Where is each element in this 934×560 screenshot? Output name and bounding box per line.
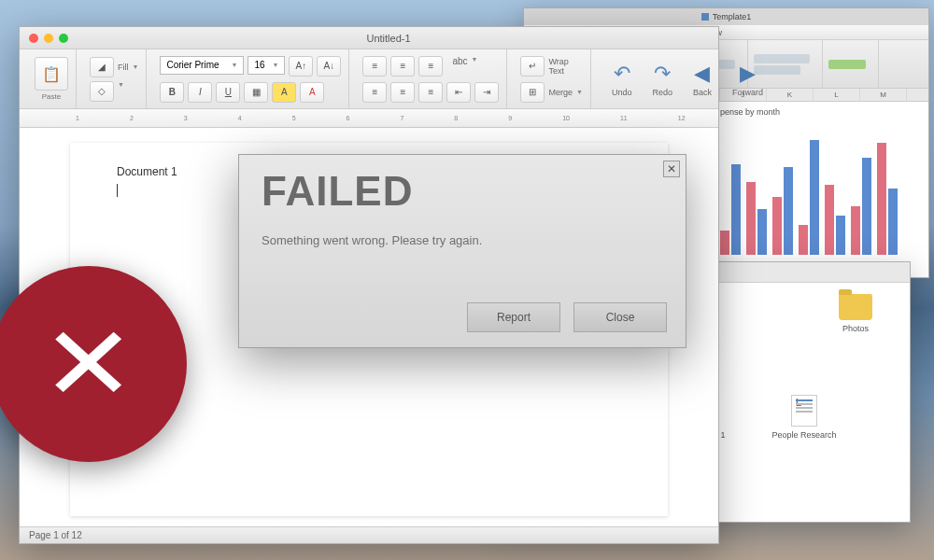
clear-button[interactable]: ◇ bbox=[90, 81, 114, 102]
fill-group: ◢ Fill ▼ ◇ ▼ bbox=[82, 49, 147, 108]
align-middle-button[interactable]: ≡ bbox=[390, 56, 415, 77]
close-window-button[interactable] bbox=[29, 34, 38, 43]
font-size-select[interactable]: 16▼ bbox=[248, 56, 285, 75]
wrap-label: Wrap Text bbox=[548, 57, 582, 76]
align-right-button[interactable]: ≡ bbox=[418, 82, 443, 103]
nav-group: ↶Undo ↷Redo ◀Back ▶Forward bbox=[597, 49, 778, 108]
forward-arrow-icon: ▶ bbox=[740, 62, 756, 86]
close-button[interactable]: Close bbox=[573, 302, 667, 332]
chevron-down-icon: ▼ bbox=[118, 81, 124, 102]
text-cursor bbox=[117, 184, 118, 197]
folder-icon bbox=[839, 294, 872, 320]
decrease-font-button[interactable]: A↓ bbox=[317, 56, 341, 77]
align-top-button[interactable]: ≡ bbox=[362, 56, 387, 77]
paste-group: 📋 Paste bbox=[27, 49, 77, 108]
dialog-title: FAILED bbox=[239, 155, 686, 218]
font-color-button[interactable]: A bbox=[300, 82, 324, 103]
col-m[interactable]: M bbox=[860, 89, 907, 101]
chevron-down-icon: ▼ bbox=[273, 62, 279, 68]
spreadsheet-titlebar: Template1 bbox=[524, 8, 928, 25]
chevron-down-icon: ▼ bbox=[472, 56, 478, 77]
undo-icon: ↶ bbox=[614, 62, 630, 86]
chevron-down-icon: ▼ bbox=[133, 63, 139, 70]
indent-left-button[interactable]: ⇤ bbox=[446, 82, 471, 103]
paste-button[interactable]: 📋 bbox=[35, 57, 68, 91]
document-toolbar: 📋 Paste ◢ Fill ▼ ◇ ▼ Corier Prime▼ 16▼ bbox=[20, 49, 718, 109]
align-left-button[interactable]: ≡ bbox=[362, 82, 387, 103]
redo-button[interactable]: ↷Redo bbox=[644, 60, 680, 99]
maximize-window-button[interactable] bbox=[59, 34, 68, 43]
report-button[interactable]: Report bbox=[467, 302, 560, 332]
font-group: Corier Prime▼ 16▼ A↑ A↓ B I U ▦ A A bbox=[152, 49, 349, 108]
fill-label: Fill bbox=[118, 63, 129, 72]
ruler: 123456789101112 bbox=[20, 109, 718, 128]
dialog-close-button[interactable]: ✕ bbox=[663, 161, 680, 177]
chevron-down-icon: ▼ bbox=[232, 62, 238, 68]
align-group: ≡ ≡ ≡ abc ▼ ≡ ≡ ≡ ⇤ ⇥ bbox=[355, 49, 507, 108]
underline-button[interactable]: U bbox=[216, 82, 240, 103]
redo-icon: ↷ bbox=[654, 62, 671, 86]
document-titlebar[interactable]: Untitled-1 bbox=[20, 27, 718, 49]
align-center-button[interactable]: ≡ bbox=[390, 82, 415, 103]
abc-label: abc bbox=[452, 56, 467, 77]
minimize-window-button[interactable] bbox=[44, 34, 53, 43]
wrap-group: ↵ Wrap Text ⊞ Merge ▼ bbox=[513, 49, 590, 108]
file-label: Photos bbox=[842, 324, 869, 333]
window-controls bbox=[29, 34, 68, 43]
wrap-text-button[interactable]: ↵ bbox=[520, 56, 545, 77]
dialog-message: Something went wrong. Please try again. bbox=[239, 218, 686, 262]
col-l[interactable]: L bbox=[814, 89, 860, 101]
back-arrow-icon: ◀ bbox=[694, 62, 710, 86]
merge-label: Merge bbox=[548, 88, 573, 97]
highlight-button[interactable]: A bbox=[272, 82, 296, 103]
spreadsheet-app-icon bbox=[701, 13, 709, 21]
dialog-buttons: Report Close bbox=[467, 302, 667, 332]
status-bar: Page 1 of 12 bbox=[20, 526, 718, 543]
font-name-select[interactable]: Corier Prime▼ bbox=[160, 56, 244, 75]
align-bottom-button[interactable]: ≡ bbox=[418, 56, 443, 77]
border-button[interactable]: ▦ bbox=[244, 82, 268, 103]
file-item-people-research[interactable]: People Research bbox=[772, 395, 837, 440]
file-label: People Research bbox=[772, 430, 837, 440]
expense-chart bbox=[720, 124, 916, 255]
page-indicator: Page 1 of 12 bbox=[29, 530, 82, 540]
chevron-down-icon: ▼ bbox=[576, 89, 583, 95]
forward-button[interactable]: ▶Forward bbox=[725, 60, 771, 99]
chart-title: pense by month bbox=[720, 107, 780, 117]
italic-button[interactable]: I bbox=[188, 82, 212, 103]
document-title: Untitled-1 bbox=[68, 33, 709, 44]
indent-right-button[interactable]: ⇥ bbox=[474, 82, 499, 103]
spreadsheet-title-text: Template1 bbox=[713, 12, 752, 21]
x-icon: ✕ bbox=[41, 313, 135, 415]
increase-font-button[interactable]: A↑ bbox=[289, 56, 313, 77]
back-button[interactable]: ◀Back bbox=[686, 60, 719, 99]
paste-label: Paste bbox=[42, 92, 61, 101]
fill-button[interactable]: ◢ bbox=[90, 57, 114, 77]
bold-button[interactable]: B bbox=[160, 82, 184, 103]
error-dialog: ✕ FAILED Something went wrong. Please tr… bbox=[238, 154, 686, 348]
document-icon bbox=[791, 395, 817, 427]
file-item-photos[interactable]: Photos bbox=[839, 294, 872, 333]
merge-button[interactable]: ⊞ bbox=[520, 82, 545, 103]
undo-button[interactable]: ↶Undo bbox=[604, 60, 640, 99]
